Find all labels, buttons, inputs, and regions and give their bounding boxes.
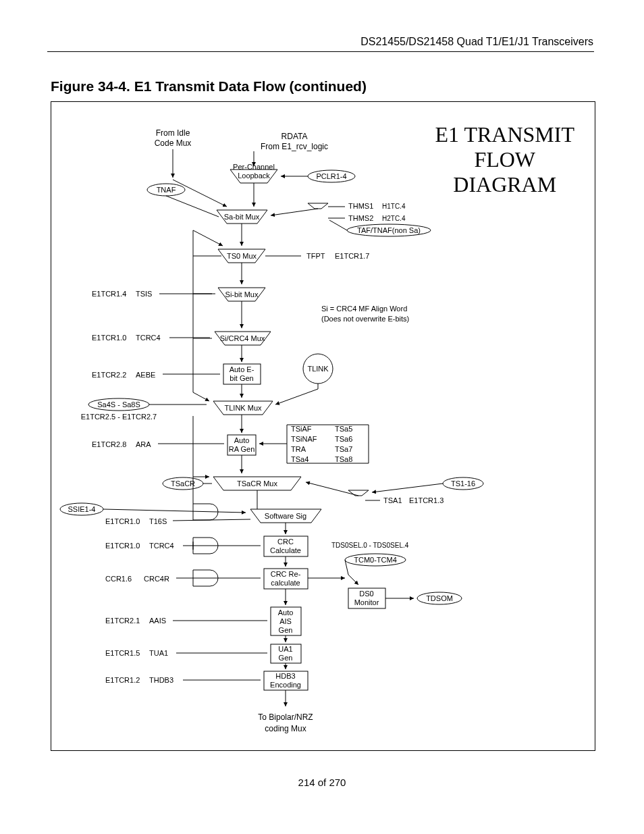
tra: TRA [291,445,306,453]
tdsom: TDSOM [426,594,453,602]
sicrc4-name: TCRC4 [136,334,161,342]
from-idle-l1: From Idle [156,128,190,138]
ua1-l2: Gen [279,654,293,662]
diagram-title-l2: FLOW [474,147,535,172]
tsa4: TSa4 [291,455,308,463]
header-text: DS21455/DS21458 Quad T1/E1/J1 Transceive… [360,36,593,48]
autoais-label: E1TCR2.1 [105,617,140,625]
sicrc4-mux: Si/CRC4 Mux [220,334,265,342]
autora-l1: Auto [234,436,250,444]
crcre-name: CRC4R [144,575,169,583]
autora-label: E1TCR2.8 [92,440,126,448]
autora-name: ARA [136,440,151,448]
tsa6: TSa6 [335,435,352,443]
diagram-title: E1 TRANSMIT FLOW DIAGRAM [435,122,574,197]
pclr-label: PCLR1-4 [316,172,346,180]
autoe-name: AEBE [136,371,155,379]
svg-line-43 [275,389,318,405]
hdb3-l1: HDB3 [275,672,295,680]
tsa5: TSa5 [335,425,352,433]
diagram-title-l1: E1 TRANSMIT [435,122,574,147]
crc-label: E1TCR1.0 [105,542,140,550]
bottom-l1: To Bipolar/NRZ [258,712,313,722]
ts116: TS1-16 [451,479,475,488]
tsiaf: TSiAF [291,425,312,433]
thms2-reg: H2TC.4 [382,215,406,222]
autora-l2: RA Gen [229,445,255,453]
thms1: THMS1 [348,202,373,210]
hdb3-l2: Encoding [270,681,301,689]
sibit-label: E1TCR1.4 [92,290,126,298]
crc-l1: CRC [277,538,294,546]
autoais-l2: AIS [279,617,292,625]
thms2: THMS2 [348,214,373,222]
svg-line-79 [348,575,358,585]
tlink-circle: TLINK [307,365,329,373]
tsa7: TSa7 [335,445,352,453]
per-channel-l1: Per-Channel [233,163,275,171]
sabit-mux: Sa-bit Mux [224,213,260,221]
diagram-box: E1 TRANSMIT FLOW DIAGRAM From Idle Code … [51,101,595,751]
svg-line-38 [193,392,209,401]
svg-line-61 [372,484,443,492]
tsa1: TSA1 [383,496,402,504]
softsig-label: E1TCR1.0 [105,517,140,525]
svg-line-60 [306,482,358,496]
autoais-l3: Gen [279,626,293,634]
crcre-l1: CRC Re- [271,570,301,578]
crcre-label: CCR1.6 [105,575,132,583]
ssie: SSIE1-4 [68,505,96,513]
svg-line-11 [271,209,318,215]
svg-line-15 [329,220,347,230]
crc-l2: Calculate [270,546,301,554]
figure-title: Figure 34-4. E1 Transmit Data Flow (cont… [51,78,367,95]
tlink-mux: TLINK Mux [224,404,262,412]
diagram-title-l3: DIAGRAM [453,172,556,197]
crc-name: TCRC4 [149,542,174,550]
svg-line-66 [103,509,246,513]
softsig-name: T16S [149,517,167,525]
rdata-label: RDATA [281,132,308,141]
softsig-box: Software Sig [265,512,306,520]
svg-line-8 [173,180,227,207]
ds0-l1: DS0 [359,590,373,598]
sa4s-sa8s: Sa4S - Sa8S [97,400,140,409]
tds-label: TDS0SEL.0 - TDS0SEL.4 [331,542,409,549]
ds0-l2: Monitor [354,598,379,606]
diagram-svg: From Idle Code Mux RDATA From E1_rcv_log… [51,102,595,750]
ua1-l1: UA1 [278,645,292,653]
svg-marker-59 [348,490,369,496]
tsacr-mux: TSaCR Mux [237,479,277,488]
autoe-l2: bit Gen [230,374,253,382]
sibit-name: TSIS [136,290,152,298]
tsinaf: TSiNAF [291,435,317,443]
tfpt-reg: E1TCR1.7 [335,252,369,260]
page-number: 214 of 270 [0,777,644,788]
ua1-label: E1TCR1.5 [105,649,140,657]
thms1-reg: H1TC.4 [382,203,406,210]
sicrc4-label: E1TCR1.0 [92,334,126,342]
page: DS21455/DS21458 Quad T1/E1/J1 Transceive… [0,0,644,834]
hdb3-label: E1TCR1.2 [105,676,140,684]
ua1-name: TUA1 [149,649,168,657]
tsa8: TSa8 [335,455,352,463]
autoe-l1: Auto E- [230,365,254,373]
tsacr-label: TSaCR [171,479,195,488]
autoais-name: AAIS [149,617,166,625]
svg-line-20 [193,230,223,246]
tfpt: TFPT [306,252,325,260]
sibit-mux: Si-bit Mux [225,290,259,298]
taf-tnaf: TAF/TNAF(non Sa) [357,226,421,234]
tlinkmux-reg: E1TCR2.5 - E1TCR2.7 [81,413,157,421]
tsa1-reg: E1TCR1.3 [409,496,444,504]
per-channel-l2: Loopback [238,172,270,180]
si-note-l2: (Does not overwrite E-bits) [321,315,409,323]
svg-marker-10 [308,203,328,209]
crcre-l2: calculate [271,579,300,587]
header-rule [47,51,594,52]
tcm: TCM0-TCM4 [354,556,397,564]
si-note-l1: Si = CRC4 MF Align Word [321,305,407,313]
autoe-label: E1TCR2.2 [92,371,126,379]
tnaf-label: TNAF [157,186,176,194]
ts0-mux: TS0 Mux [227,252,257,260]
